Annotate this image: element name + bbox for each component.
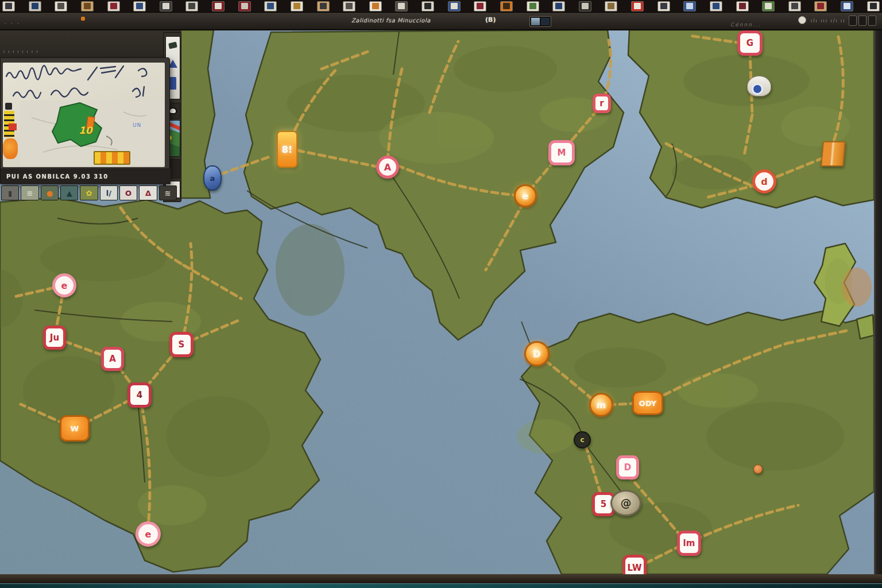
- app-icon[interactable]: [788, 1, 801, 11]
- app-icon[interactable]: [317, 1, 330, 11]
- app-icon[interactable]: [552, 1, 565, 11]
- orange-dot-indicator: [81, 17, 85, 21]
- thumbnail[interactable]: O: [119, 185, 137, 200]
- status-text: Zalidinotti fsa Minucciola: [351, 17, 495, 24]
- app-icon[interactable]: [212, 1, 225, 11]
- info-panel: 10 UN PUI AS ONBILCA 9.03 310: [0, 57, 170, 184]
- toolbar-segment-button[interactable]: [858, 16, 866, 26]
- app-icon[interactable]: [29, 1, 41, 11]
- app-icon[interactable]: [710, 1, 722, 11]
- app-icon[interactable]: [736, 1, 749, 11]
- map-marker-btall[interactable]: 8!: [277, 131, 297, 168]
- marker-glyph: Ju: [46, 328, 63, 347]
- app-icon-glyph: [555, 3, 562, 9]
- map-marker-sq[interactable]: lm: [677, 531, 701, 556]
- app-icon[interactable]: [762, 1, 775, 11]
- app-icon-glyph: [765, 3, 772, 9]
- hat-icon: [168, 42, 177, 49]
- pane-light: [531, 18, 540, 25]
- marker-glyph: 5: [595, 495, 612, 513]
- map-marker-glow[interactable]: m: [589, 393, 613, 417]
- app-icon-glyph: [5, 3, 12, 9]
- thumbnail[interactable]: Δ: [139, 185, 157, 200]
- map-marker-pill[interactable]: a: [203, 165, 222, 191]
- toolbar-segment-button[interactable]: [849, 16, 857, 26]
- map-marker-sq[interactable]: A: [101, 347, 124, 371]
- thumbnail[interactable]: l/: [100, 185, 118, 200]
- app-icon[interactable]: [55, 1, 67, 11]
- app-icon[interactable]: [238, 1, 251, 11]
- map-marker-dotd[interactable]: c: [574, 431, 591, 448]
- status-badge: (B): [485, 16, 496, 24]
- app-icon[interactable]: [343, 1, 355, 11]
- app-icon[interactable]: [264, 1, 277, 11]
- app-icon-glyph: [791, 3, 798, 9]
- map-marker-sqflat[interactable]: ODY: [632, 391, 663, 415]
- map-marker-circ[interactable]: A: [376, 156, 399, 179]
- app-icon[interactable]: [107, 1, 120, 11]
- toolbar-segment-button[interactable]: [868, 16, 876, 26]
- app-icon[interactable]: [867, 1, 880, 11]
- marker-glyph: M: [551, 143, 572, 163]
- thumbnail[interactable]: ≋: [159, 185, 177, 200]
- app-icon-glyph: [713, 3, 719, 9]
- app-icon[interactable]: [421, 1, 434, 11]
- map-marker-circ[interactable]: e: [52, 273, 76, 297]
- app-icon[interactable]: [579, 1, 591, 11]
- app-icon[interactable]: [2, 1, 15, 11]
- minimap-region-label: UN: [133, 122, 141, 128]
- map-marker-sq[interactable]: G: [737, 30, 763, 56]
- app-icon[interactable]: [605, 1, 617, 11]
- app-icon-glyph: [398, 3, 405, 9]
- map-marker-glow[interactable]: e: [514, 184, 537, 207]
- map-marker-sq[interactable]: M: [548, 140, 575, 165]
- map-marker-circ[interactable]: e: [136, 521, 161, 547]
- thumbnail[interactable]: ▮: [1, 185, 19, 200]
- app-icon[interactable]: [160, 1, 172, 11]
- map-marker-sqflat[interactable]: W: [60, 415, 90, 442]
- panel-footer: PUI AS ONBILCA 9.03 310: [1, 168, 171, 184]
- app-icon[interactable]: [81, 1, 94, 11]
- map-marker-dome[interactable]: [747, 76, 771, 96]
- map-marker-sq[interactable]: S: [169, 332, 194, 357]
- app-icon[interactable]: [395, 1, 408, 11]
- app-icon[interactable]: [841, 1, 853, 11]
- app-icon-glyph: [844, 3, 850, 9]
- app-icon[interactable]: [448, 1, 461, 11]
- map-marker-stone[interactable]: @: [610, 490, 641, 516]
- app-icon[interactable]: [474, 1, 486, 11]
- map-marker-sq[interactable]: Ju: [43, 326, 66, 350]
- map-marker-circ[interactable]: d: [752, 169, 776, 194]
- map-marker-doto[interactable]: [753, 465, 763, 474]
- app-icon-glyph: [817, 3, 824, 9]
- app-icon[interactable]: [133, 1, 146, 11]
- app-icon[interactable]: [369, 1, 382, 11]
- panel-minimap[interactable]: 10 UN: [20, 100, 164, 166]
- frame-right-bezel: [874, 30, 882, 583]
- app-icon[interactable]: [527, 1, 539, 11]
- globe-icon[interactable]: [798, 16, 806, 24]
- app-icon-glyph: [660, 3, 667, 9]
- map-marker-glow[interactable]: D: [524, 341, 550, 366]
- app-icon-glyph: [529, 3, 536, 9]
- thumbnail[interactable]: ●: [41, 185, 59, 200]
- app-icon-glyph: [634, 3, 641, 9]
- thumbnail[interactable]: ≡: [21, 185, 38, 200]
- map-marker-sq[interactable]: r: [593, 94, 611, 113]
- app-icon[interactable]: [683, 1, 696, 11]
- map-marker-banner[interactable]: [821, 141, 846, 167]
- app-icon[interactable]: [631, 1, 644, 11]
- thumbnail[interactable]: ▲: [60, 185, 78, 200]
- app-icon-glyph: [372, 3, 379, 9]
- app-icon[interactable]: [185, 1, 198, 11]
- app-icon[interactable]: [291, 1, 303, 11]
- app-icon[interactable]: [814, 1, 827, 11]
- map-marker-sq[interactable]: D: [616, 455, 639, 479]
- app-icon-glyph: [608, 3, 614, 9]
- app-icon[interactable]: [657, 1, 670, 11]
- app-icon[interactable]: [500, 1, 513, 11]
- pane-toggle-button[interactable]: [529, 16, 551, 27]
- map-marker-sq[interactable]: 4: [127, 382, 152, 408]
- thumbnail[interactable]: ✿: [80, 185, 98, 200]
- toolbar-script-note: Cénnn...: [730, 22, 761, 28]
